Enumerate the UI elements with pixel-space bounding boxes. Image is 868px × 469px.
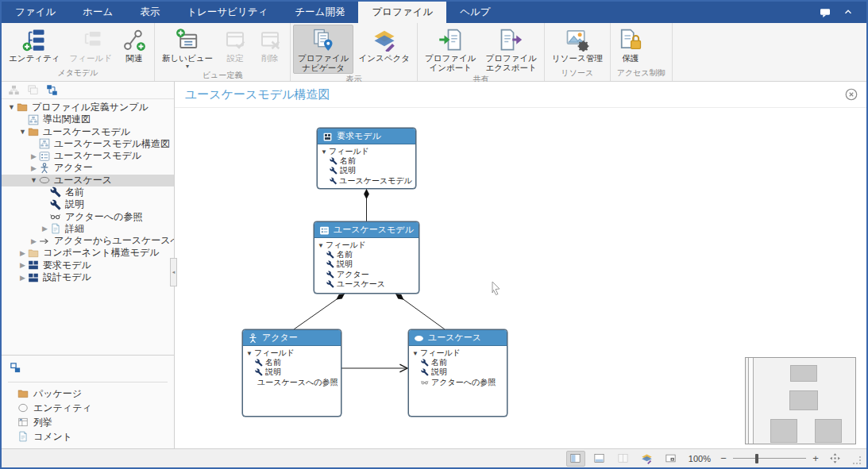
collapse-ribbon-icon[interactable] xyxy=(843,6,855,19)
node-title: 要求モデル xyxy=(337,130,381,142)
node-header[interactable]: 要求モデル xyxy=(318,129,415,144)
diagram-surface[interactable]: 要求モデル▼フィールド名前説明ユースケースモデルユースケースモデル▼フィールド名… xyxy=(175,108,866,448)
tree-item-設計モデル[interactable]: ▶設計モデル xyxy=(2,271,174,283)
node-header[interactable]: アクター xyxy=(243,330,341,346)
composition-connector[interactable] xyxy=(395,294,445,329)
zoom-level-label: 100% xyxy=(689,454,711,463)
menu-tab-トレーサビリティ[interactable]: トレーサビリティ xyxy=(173,2,281,23)
expanded-arrow-icon[interactable]: ▼ xyxy=(17,128,28,136)
ribbon-button-設定[interactable]: 設定 xyxy=(218,25,253,64)
ribbon-button-リソース管理[interactable]: リソース管理 xyxy=(547,25,608,64)
zoom-in-button[interactable]: + xyxy=(811,452,820,464)
ribbon-button-プロファイルインポート[interactable]: プロファイル インポート xyxy=(420,25,480,74)
expanded-arrow-icon[interactable]: ▼ xyxy=(6,103,17,111)
node-title: ユースケースモデル xyxy=(334,224,414,236)
tree-item-アクターへの参照[interactable]: アクターへの参照 xyxy=(2,210,174,222)
view-split-horizontal-button[interactable] xyxy=(590,451,609,467)
tree-item-名前[interactable]: 名前 xyxy=(2,186,174,198)
doc-icon xyxy=(50,223,61,234)
diagram-node-ユースケースモデル[interactable]: ユースケースモデル▼フィールド名前説明アクターユースケース xyxy=(314,221,419,294)
ribbon-button-関連[interactable]: 関連 xyxy=(117,25,152,64)
tree-item-アクターからユースケースへの参照[interactable]: ▶アクターからユースケースへの参照 xyxy=(2,235,174,247)
diagram-node-要求モデル[interactable]: 要求モデル▼フィールド名前説明ユースケースモデル xyxy=(317,128,416,189)
collapsed-arrow-icon[interactable]: ▶ xyxy=(29,164,39,172)
toolbox-item-エンティティ[interactable]: エンティティ xyxy=(8,401,168,415)
ribbon-button-プロファイルエクスポート[interactable]: プロファイル エクスポート xyxy=(480,25,541,74)
node-field-名前[interactable]: 名前 xyxy=(246,358,338,367)
node-field-フィールド[interactable]: ▼フィールド xyxy=(246,348,338,358)
locate-model-icon[interactable] xyxy=(46,84,58,96)
collapsed-arrow-icon[interactable]: ▶ xyxy=(17,261,28,269)
tree-item-説明[interactable]: 説明 xyxy=(2,198,174,210)
ribbon-button-フィールド[interactable]: フィールド xyxy=(64,25,116,64)
wrench-icon xyxy=(255,368,263,376)
node-field-名前[interactable]: 名前 xyxy=(318,250,415,259)
node-field-名前[interactable]: 名前 xyxy=(321,156,412,166)
inspector-toggle-icon[interactable] xyxy=(638,451,657,467)
menu-tab-ヘルプ[interactable]: ヘルプ xyxy=(446,2,503,23)
collapsed-arrow-icon[interactable]: ▶ xyxy=(17,274,28,282)
toolbox-item-コメント[interactable]: コメント xyxy=(8,429,168,444)
ribbon-button-新しいビュー[interactable]: 新しいビュー▾ xyxy=(157,25,218,70)
minimap[interactable] xyxy=(745,357,856,444)
node-field-フィールド[interactable]: ▼フィールド xyxy=(318,240,415,250)
rb-resource-icon xyxy=(565,28,589,52)
expanded-arrow-icon[interactable]: ▼ xyxy=(318,242,326,249)
menu-tab-プロファイル[interactable]: プロファイル xyxy=(358,2,446,23)
sidebar-collapse-handle[interactable]: ◂ xyxy=(170,258,177,286)
add-view-icon[interactable] xyxy=(27,84,39,96)
zoom-slider[interactable] xyxy=(733,451,806,467)
expanded-arrow-icon[interactable]: ▼ xyxy=(412,350,420,357)
collapsed-arrow-icon[interactable]: ▶ xyxy=(17,249,28,257)
toolbox-item-パッケージ[interactable]: パッケージ xyxy=(8,386,168,401)
menu-tab-表示[interactable]: 表示 xyxy=(126,2,173,23)
close-diagram-icon[interactable] xyxy=(844,87,858,102)
minimap-toggle-icon[interactable] xyxy=(662,451,681,467)
node-field-ユースケースへの参照[interactable]: ユースケースへの参照 xyxy=(246,378,338,387)
tree-item-アクター[interactable]: ▶アクター xyxy=(2,162,174,174)
menu-tab-ファイル[interactable]: ファイル xyxy=(2,2,69,23)
view-single-pane-button[interactable] xyxy=(566,451,585,467)
tree-item-ユースケースモデル[interactable]: ▼ユースケースモデル xyxy=(2,125,174,137)
node-header[interactable]: ユースケースモデル xyxy=(314,222,419,238)
view-split-vertical-button[interactable] xyxy=(614,451,633,467)
menu-tab-ホーム[interactable]: ホーム xyxy=(69,2,126,23)
pan-tool-icon[interactable] xyxy=(825,451,844,467)
expanded-arrow-icon[interactable]: ▼ xyxy=(246,350,254,357)
ribbon-button-削除[interactable]: 削除 xyxy=(253,25,287,64)
tree-item-コンポーネント構造モデル[interactable]: ▶コンポーネント構造モデル xyxy=(2,247,174,259)
tree-item-ユースケース[interactable]: ▼ユースケース xyxy=(2,175,174,186)
node-field-アクターへの参照[interactable]: アクターへの参照 xyxy=(412,378,503,387)
zoom-out-button[interactable]: − xyxy=(719,452,728,464)
toolbox-item-列挙[interactable]: 列挙 xyxy=(8,415,168,429)
node-header[interactable]: ユースケース xyxy=(409,330,507,346)
node-field-ユースケース[interactable]: ユースケース xyxy=(318,279,415,289)
zoom-slider-handle[interactable] xyxy=(755,454,758,463)
collapsed-arrow-icon[interactable]: ▶ xyxy=(29,237,39,245)
tree-item-要求モデル[interactable]: ▶要求モデル xyxy=(2,259,174,271)
tree-item-導出関連図[interactable]: 導出関連図 xyxy=(2,113,174,125)
resize-grip[interactable] xyxy=(852,454,862,463)
menu-tab-チーム開発[interactable]: チーム開発 xyxy=(281,2,358,23)
tree-item-詳細[interactable]: ▶詳細 xyxy=(2,223,174,235)
node-field-ユースケースモデル[interactable]: ユースケースモデル xyxy=(321,176,412,186)
feedback-icon[interactable] xyxy=(819,6,831,19)
tree-item-プロファイル定義サンプル[interactable]: ▼プロファイル定義サンプル xyxy=(2,102,174,113)
ribbon-button-エンティティ[interactable]: エンティティ xyxy=(4,25,64,64)
ribbon-button-プロファイルナビゲータ[interactable]: プロファイル ナビゲータ xyxy=(293,25,353,74)
collapsed-arrow-icon[interactable]: ▶ xyxy=(40,225,50,233)
diagram-node-アクター[interactable]: アクター▼フィールド名前説明ユースケースへの参照 xyxy=(242,329,341,417)
expanded-arrow-icon[interactable]: ▼ xyxy=(321,148,329,156)
diagram-node-ユースケース[interactable]: ユースケース▼フィールド名前説明アクターへの参照 xyxy=(408,329,507,417)
node-field-フィールド[interactable]: ▼フィールド xyxy=(412,348,503,358)
ribbon-button-保護[interactable]: 保護 xyxy=(613,25,648,64)
tree-item-ユースケースモデル構造図[interactable]: ユースケースモデル構造図 xyxy=(2,138,174,150)
expanded-arrow-icon[interactable]: ▼ xyxy=(29,176,39,184)
add-diagram-icon[interactable] xyxy=(8,84,20,96)
node-field-名前[interactable]: 名前 xyxy=(412,358,503,367)
tree-item-ユースケースモデル[interactable]: ▶ユースケースモデル xyxy=(2,150,174,162)
node-field-フィールド[interactable]: ▼フィールド xyxy=(321,147,412,156)
ribbon-button-インスペクタ[interactable]: インスペクタ xyxy=(353,25,414,64)
collapsed-arrow-icon[interactable]: ▶ xyxy=(29,152,39,160)
composition-connector[interactable] xyxy=(294,294,345,329)
